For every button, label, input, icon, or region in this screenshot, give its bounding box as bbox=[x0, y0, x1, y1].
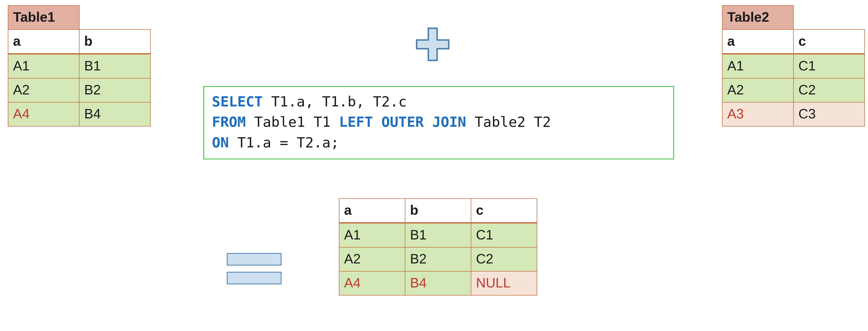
table2-cell: A1 bbox=[722, 54, 794, 79]
table2-cell: C1 bbox=[794, 54, 865, 79]
sql-text: Table2 T2 bbox=[466, 114, 551, 130]
result-table: a b c A1 B1 C1 A2 B2 C2 A4 B4 NULL bbox=[339, 198, 537, 296]
table1-cell: B2 bbox=[79, 78, 150, 102]
table-row: A1 B1 bbox=[8, 54, 150, 79]
result-cell: B4 bbox=[405, 271, 471, 295]
result-col-c: c bbox=[471, 199, 537, 223]
table2-col-c: c bbox=[794, 29, 865, 54]
result-cell: A4 bbox=[339, 271, 405, 295]
sql-text: T1.a, T1.b, T2.c bbox=[263, 93, 407, 110]
table2-title: Table2 bbox=[722, 5, 794, 29]
table2-cell: A3 bbox=[722, 102, 794, 126]
table1-cell: A2 bbox=[8, 78, 79, 102]
table2: Table2 a c A1 C1 A2 C2 A3 C3 bbox=[722, 5, 865, 126]
table2-col-a: a bbox=[722, 29, 794, 54]
table-row: A2 B2 C2 bbox=[339, 247, 537, 271]
table-row: A1 C1 bbox=[722, 54, 865, 79]
table2-cell: C3 bbox=[794, 102, 865, 126]
table-row: A4 B4 NULL bbox=[339, 271, 537, 295]
table-row: A2 B2 bbox=[8, 78, 150, 102]
plus-icon bbox=[414, 26, 451, 63]
table1-col-b: b bbox=[79, 29, 150, 54]
table2-cell: A2 bbox=[722, 78, 794, 102]
sql-text: Table1 T1 bbox=[246, 114, 339, 130]
table1-title-spacer bbox=[79, 5, 150, 29]
result-cell: NULL bbox=[471, 271, 537, 295]
table-row: A2 C2 bbox=[722, 78, 865, 102]
result-cell: A2 bbox=[339, 247, 405, 271]
equals-icon bbox=[227, 253, 281, 284]
sql-keyword-join: LEFT OUTER JOIN bbox=[339, 114, 466, 130]
result-cell: A1 bbox=[339, 223, 405, 247]
sql-keyword-on: ON bbox=[212, 134, 229, 151]
equals-bar bbox=[227, 272, 281, 284]
result-cell: B1 bbox=[405, 223, 471, 247]
table1-col-a: a bbox=[8, 29, 79, 54]
table1-cell: A4 bbox=[8, 102, 79, 126]
table2-cell: C2 bbox=[794, 78, 865, 102]
result-cell: B2 bbox=[405, 247, 471, 271]
equals-bar bbox=[227, 253, 281, 266]
sql-keyword-from: FROM bbox=[212, 114, 246, 130]
result-col-a: a bbox=[339, 199, 405, 223]
sql-keyword-select: SELECT bbox=[212, 93, 263, 110]
sql-text: T1.a = T2.a; bbox=[229, 134, 339, 151]
result-col-b: b bbox=[405, 199, 471, 223]
table1-title: Table1 bbox=[8, 5, 79, 29]
result-cell: C1 bbox=[471, 223, 537, 247]
table-row: A3 C3 bbox=[722, 102, 865, 126]
table-row: A4 B4 bbox=[8, 102, 150, 126]
table2-title-spacer bbox=[794, 5, 865, 29]
table-row: A1 B1 C1 bbox=[339, 223, 537, 247]
table1-cell: B1 bbox=[79, 54, 150, 79]
result-cell: C2 bbox=[471, 247, 537, 271]
table1: Table1 a b A1 B1 A2 B2 A4 B4 bbox=[8, 5, 151, 126]
table1-cell: B4 bbox=[79, 102, 150, 126]
sql-query-box: SELECT T1.a, T1.b, T2.c FROM Table1 T1 L… bbox=[203, 86, 674, 159]
table1-cell: A1 bbox=[8, 54, 79, 79]
